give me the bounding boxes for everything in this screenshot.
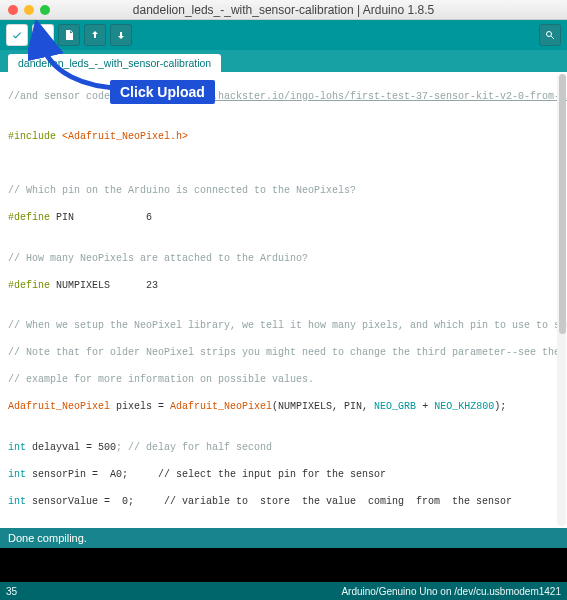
- code-text: #define: [8, 212, 56, 223]
- arrow-right-icon: [37, 29, 49, 41]
- status-bar: Done compiling.: [0, 528, 567, 548]
- footer-bar: 35 Arduino/Genuino Uno on /dev/cu.usbmod…: [0, 582, 567, 600]
- upload-button[interactable]: [32, 24, 54, 46]
- code-text: sensorPin = A0; // select the input pin …: [26, 469, 386, 480]
- code-text: // How many NeoPixels are attached to th…: [8, 253, 308, 264]
- minimize-window-button[interactable]: [24, 5, 34, 15]
- footer-line-number: 35: [6, 586, 17, 597]
- code-text: int: [8, 496, 26, 507]
- code-text: 500: [98, 442, 116, 453]
- close-window-button[interactable]: [8, 5, 18, 15]
- code-text: PIN: [56, 212, 74, 223]
- code-text: #define: [8, 280, 56, 291]
- code-text: pixels =: [110, 401, 170, 412]
- verify-button[interactable]: [6, 24, 28, 46]
- code-text: // Note that for older NeoPixel strips y…: [8, 347, 567, 358]
- footer-board-port: Arduino/Genuino Uno on /dev/cu.usbmodem1…: [341, 586, 561, 597]
- code-text: sensorValue = 0; // variable to store th…: [26, 496, 512, 507]
- code-text: NUMPIXELS: [56, 280, 110, 291]
- window-controls: [8, 5, 50, 15]
- code-text: <Adafruit_NeoPixel.h>: [62, 131, 188, 142]
- arrow-up-icon: [89, 29, 101, 41]
- serial-monitor-icon: [544, 29, 556, 41]
- code-text: // Which pin on the Arduino is connected…: [8, 185, 356, 196]
- console-output: [0, 548, 567, 582]
- code-text: int: [8, 469, 26, 480]
- file-new-icon: [63, 29, 75, 41]
- code-editor[interactable]: //and sensor code from https://www.hacks…: [0, 72, 567, 528]
- save-button[interactable]: [110, 24, 132, 46]
- code-text: 23: [110, 280, 158, 291]
- tab-sketch[interactable]: dandelion_leds_-_with_sensor-calibration: [8, 54, 221, 72]
- serial-monitor-button[interactable]: [539, 24, 561, 46]
- code-text: // When we setup the NeoPixel library, w…: [8, 320, 567, 331]
- zoom-window-button[interactable]: [40, 5, 50, 15]
- code-text: +: [416, 401, 434, 412]
- window-titlebar: dandelion_leds_-_with_sensor-calibration…: [0, 0, 567, 20]
- code-text: 6: [74, 212, 152, 223]
- status-text: Done compiling.: [8, 532, 87, 544]
- annotation-label: Click Upload: [110, 80, 215, 104]
- tab-bar: dandelion_leds_-_with_sensor-calibration: [0, 50, 567, 72]
- toolbar: [0, 20, 567, 50]
- editor-scrollbar-thumb[interactable]: [559, 74, 566, 334]
- new-button[interactable]: [58, 24, 80, 46]
- code-text: NEO_KHZ800: [434, 401, 494, 412]
- code-text: Adafruit_NeoPixel: [8, 401, 110, 412]
- code-text: #include: [8, 131, 62, 142]
- code-text: Adafruit_NeoPixel: [170, 401, 272, 412]
- code-text: ; // delay for half second: [116, 442, 272, 453]
- svg-line-1: [551, 36, 554, 39]
- code-text: delayval =: [26, 442, 98, 453]
- code-text: NEO_GRB: [374, 401, 416, 412]
- code-text: int: [8, 442, 26, 453]
- check-icon: [11, 29, 23, 41]
- arrow-down-icon: [115, 29, 127, 41]
- code-text: // example for more information on possi…: [8, 374, 314, 385]
- code-text: );: [494, 401, 506, 412]
- window-title: dandelion_leds_-_with_sensor-calibration…: [133, 3, 434, 17]
- svg-point-0: [547, 32, 552, 37]
- open-button[interactable]: [84, 24, 106, 46]
- code-text: (NUMPIXELS, PIN,: [272, 401, 374, 412]
